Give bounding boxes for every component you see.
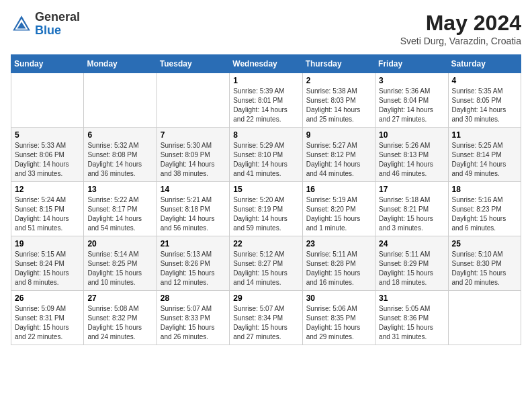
weekday-header-wednesday: Wednesday xyxy=(230,55,302,73)
calendar-cell: 12Sunrise: 5:24 AM Sunset: 8:15 PM Dayli… xyxy=(11,182,84,236)
weekday-header-tuesday: Tuesday xyxy=(157,55,229,73)
day-info: Sunrise: 5:07 AM Sunset: 8:33 PM Dayligh… xyxy=(161,304,226,342)
day-info: Sunrise: 5:20 AM Sunset: 8:19 PM Dayligh… xyxy=(233,195,298,233)
day-number: 16 xyxy=(306,185,371,194)
logo-blue-text: Blue xyxy=(35,24,80,38)
day-info: Sunrise: 5:09 AM Sunset: 8:31 PM Dayligh… xyxy=(15,304,80,342)
week-row-4: 19Sunrise: 5:15 AM Sunset: 8:24 PM Dayli… xyxy=(11,236,521,291)
calendar-cell: 15Sunrise: 5:20 AM Sunset: 8:19 PM Dayli… xyxy=(230,182,302,236)
weekday-header-sunday: Sunday xyxy=(11,55,84,73)
day-info: Sunrise: 5:27 AM Sunset: 8:12 PM Dayligh… xyxy=(306,141,371,179)
day-info: Sunrise: 5:39 AM Sunset: 8:01 PM Dayligh… xyxy=(233,87,298,124)
calendar-cell: 25Sunrise: 5:10 AM Sunset: 8:30 PM Dayli… xyxy=(448,236,521,291)
day-number: 5 xyxy=(15,130,80,140)
day-number: 20 xyxy=(87,239,152,248)
day-info: Sunrise: 5:11 AM Sunset: 8:28 PM Dayligh… xyxy=(306,250,371,287)
day-number: 23 xyxy=(306,239,371,248)
calendar-cell: 23Sunrise: 5:11 AM Sunset: 8:28 PM Dayli… xyxy=(302,236,375,291)
calendar-cell: 30Sunrise: 5:06 AM Sunset: 8:35 PM Dayli… xyxy=(302,291,375,345)
day-number: 10 xyxy=(379,130,444,140)
month-year-title: May 2024 xyxy=(400,11,521,36)
weekday-header-friday: Friday xyxy=(375,55,448,73)
logo: General Blue xyxy=(11,11,80,38)
weekday-header-row: SundayMondayTuesdayWednesdayThursdayFrid… xyxy=(11,55,521,73)
day-number: 31 xyxy=(379,293,444,303)
day-info: Sunrise: 5:07 AM Sunset: 8:34 PM Dayligh… xyxy=(233,304,298,342)
day-number: 17 xyxy=(379,185,444,194)
day-number: 14 xyxy=(161,185,226,194)
day-info: Sunrise: 5:32 AM Sunset: 8:08 PM Dayligh… xyxy=(87,141,152,179)
calendar-cell: 3Sunrise: 5:36 AM Sunset: 8:04 PM Daylig… xyxy=(375,73,448,128)
day-info: Sunrise: 5:29 AM Sunset: 8:10 PM Dayligh… xyxy=(233,141,298,179)
day-number: 12 xyxy=(15,185,80,194)
calendar-cell: 10Sunrise: 5:26 AM Sunset: 8:13 PM Dayli… xyxy=(375,128,448,182)
day-info: Sunrise: 5:08 AM Sunset: 8:32 PM Dayligh… xyxy=(87,304,152,342)
day-number: 22 xyxy=(233,239,298,248)
day-info: Sunrise: 5:18 AM Sunset: 8:21 PM Dayligh… xyxy=(379,195,444,233)
calendar-cell xyxy=(84,73,157,128)
week-row-1: 1Sunrise: 5:39 AM Sunset: 8:01 PM Daylig… xyxy=(11,73,521,128)
weekday-header-saturday: Saturday xyxy=(448,55,521,73)
day-info: Sunrise: 5:25 AM Sunset: 8:14 PM Dayligh… xyxy=(452,141,517,179)
day-number: 19 xyxy=(15,239,80,248)
calendar-cell: 5Sunrise: 5:33 AM Sunset: 8:06 PM Daylig… xyxy=(11,128,84,182)
calendar-cell: 1Sunrise: 5:39 AM Sunset: 8:01 PM Daylig… xyxy=(230,73,302,128)
week-row-5: 26Sunrise: 5:09 AM Sunset: 8:31 PM Dayli… xyxy=(11,291,521,345)
day-number: 21 xyxy=(161,239,226,248)
day-info: Sunrise: 5:38 AM Sunset: 8:03 PM Dayligh… xyxy=(306,87,371,124)
calendar-table: SundayMondayTuesdayWednesdayThursdayFrid… xyxy=(11,54,521,345)
day-info: Sunrise: 5:06 AM Sunset: 8:35 PM Dayligh… xyxy=(306,304,371,342)
day-number: 11 xyxy=(452,130,517,140)
weekday-header-monday: Monday xyxy=(84,55,157,73)
calendar-cell: 16Sunrise: 5:19 AM Sunset: 8:20 PM Dayli… xyxy=(302,182,375,236)
calendar-cell: 31Sunrise: 5:05 AM Sunset: 8:36 PM Dayli… xyxy=(375,291,448,345)
week-row-2: 5Sunrise: 5:33 AM Sunset: 8:06 PM Daylig… xyxy=(11,128,521,182)
calendar-cell: 26Sunrise: 5:09 AM Sunset: 8:31 PM Dayli… xyxy=(11,291,84,345)
calendar-cell xyxy=(11,73,84,128)
day-number: 4 xyxy=(452,76,517,85)
day-number: 8 xyxy=(233,130,298,140)
calendar-cell: 22Sunrise: 5:12 AM Sunset: 8:27 PM Dayli… xyxy=(230,236,302,291)
calendar-cell: 29Sunrise: 5:07 AM Sunset: 8:34 PM Dayli… xyxy=(230,291,302,345)
title-block: May 2024 Sveti Durg, Varazdin, Croatia xyxy=(400,11,521,46)
day-info: Sunrise: 5:10 AM Sunset: 8:30 PM Dayligh… xyxy=(452,250,517,287)
day-info: Sunrise: 5:33 AM Sunset: 8:06 PM Dayligh… xyxy=(15,141,80,179)
day-info: Sunrise: 5:30 AM Sunset: 8:09 PM Dayligh… xyxy=(161,141,226,179)
day-number: 7 xyxy=(161,130,226,140)
calendar-cell: 17Sunrise: 5:18 AM Sunset: 8:21 PM Dayli… xyxy=(375,182,448,236)
logo-text: General Blue xyxy=(35,11,80,38)
day-number: 26 xyxy=(15,293,80,303)
day-number: 2 xyxy=(306,76,371,85)
day-info: Sunrise: 5:36 AM Sunset: 8:04 PM Dayligh… xyxy=(379,87,444,124)
day-info: Sunrise: 5:19 AM Sunset: 8:20 PM Dayligh… xyxy=(306,195,371,233)
day-info: Sunrise: 5:21 AM Sunset: 8:18 PM Dayligh… xyxy=(161,195,226,233)
calendar-cell xyxy=(157,73,229,128)
calendar-cell: 11Sunrise: 5:25 AM Sunset: 8:14 PM Dayli… xyxy=(448,128,521,182)
calendar-cell: 20Sunrise: 5:14 AM Sunset: 8:25 PM Dayli… xyxy=(84,236,157,291)
day-number: 28 xyxy=(161,293,226,303)
day-info: Sunrise: 5:35 AM Sunset: 8:05 PM Dayligh… xyxy=(452,87,517,124)
day-number: 18 xyxy=(452,185,517,194)
calendar-cell: 13Sunrise: 5:22 AM Sunset: 8:17 PM Dayli… xyxy=(84,182,157,236)
calendar-cell: 4Sunrise: 5:35 AM Sunset: 8:05 PM Daylig… xyxy=(448,73,521,128)
day-info: Sunrise: 5:05 AM Sunset: 8:36 PM Dayligh… xyxy=(379,304,444,342)
calendar-cell: 18Sunrise: 5:16 AM Sunset: 8:23 PM Dayli… xyxy=(448,182,521,236)
day-number: 24 xyxy=(379,239,444,248)
week-row-3: 12Sunrise: 5:24 AM Sunset: 8:15 PM Dayli… xyxy=(11,182,521,236)
day-number: 13 xyxy=(87,185,152,194)
day-info: Sunrise: 5:13 AM Sunset: 8:26 PM Dayligh… xyxy=(161,250,226,287)
calendar-cell: 27Sunrise: 5:08 AM Sunset: 8:32 PM Dayli… xyxy=(84,291,157,345)
day-info: Sunrise: 5:12 AM Sunset: 8:27 PM Dayligh… xyxy=(233,250,298,287)
day-info: Sunrise: 5:15 AM Sunset: 8:24 PM Dayligh… xyxy=(15,250,80,287)
weekday-header-thursday: Thursday xyxy=(302,55,375,73)
day-info: Sunrise: 5:16 AM Sunset: 8:23 PM Dayligh… xyxy=(452,195,517,233)
calendar-cell: 24Sunrise: 5:11 AM Sunset: 8:29 PM Dayli… xyxy=(375,236,448,291)
calendar-cell: 6Sunrise: 5:32 AM Sunset: 8:08 PM Daylig… xyxy=(84,128,157,182)
day-info: Sunrise: 5:24 AM Sunset: 8:15 PM Dayligh… xyxy=(15,195,80,233)
calendar-cell: 9Sunrise: 5:27 AM Sunset: 8:12 PM Daylig… xyxy=(302,128,375,182)
calendar-cell xyxy=(448,291,521,345)
day-info: Sunrise: 5:14 AM Sunset: 8:25 PM Dayligh… xyxy=(87,250,152,287)
day-number: 29 xyxy=(233,293,298,303)
day-number: 30 xyxy=(306,293,371,303)
location-text: Sveti Durg, Varazdin, Croatia xyxy=(400,36,521,46)
